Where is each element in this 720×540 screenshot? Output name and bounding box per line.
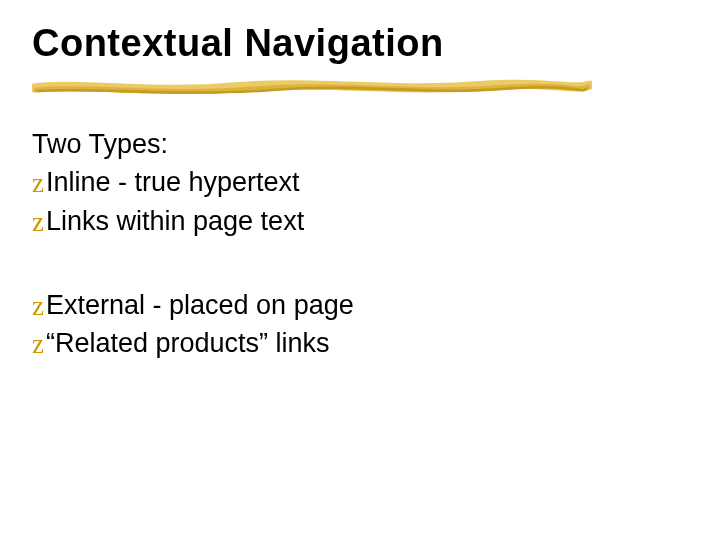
title-underline [32, 78, 592, 100]
slide-body: Two Types: z Inline - true hypertext z L… [32, 125, 672, 363]
bullet-text: External - placed on page [46, 286, 354, 324]
slide-title: Contextual Navigation [32, 24, 444, 64]
bullet-item: z Inline - true hypertext [32, 163, 672, 201]
z-bullet-icon: z [32, 203, 44, 241]
z-bullet-icon: z [32, 287, 44, 325]
bullet-item: z “Related products” links [32, 324, 672, 362]
slide: Contextual Navigation Two Types: z Inlin… [0, 0, 720, 540]
z-bullet-icon: z [32, 325, 44, 363]
subheading: Two Types: [32, 125, 672, 163]
subheading-text: Two Types: [32, 125, 168, 163]
group-spacer [32, 240, 672, 286]
title-wrap: Contextual Navigation [32, 24, 444, 64]
z-bullet-icon: z [32, 164, 44, 202]
bullet-item: z Links within page text [32, 202, 672, 240]
bullet-text: Inline - true hypertext [46, 163, 300, 201]
bullet-item: z External - placed on page [32, 286, 672, 324]
bullet-text: “Related products” links [46, 324, 330, 362]
bullet-text: Links within page text [46, 202, 304, 240]
